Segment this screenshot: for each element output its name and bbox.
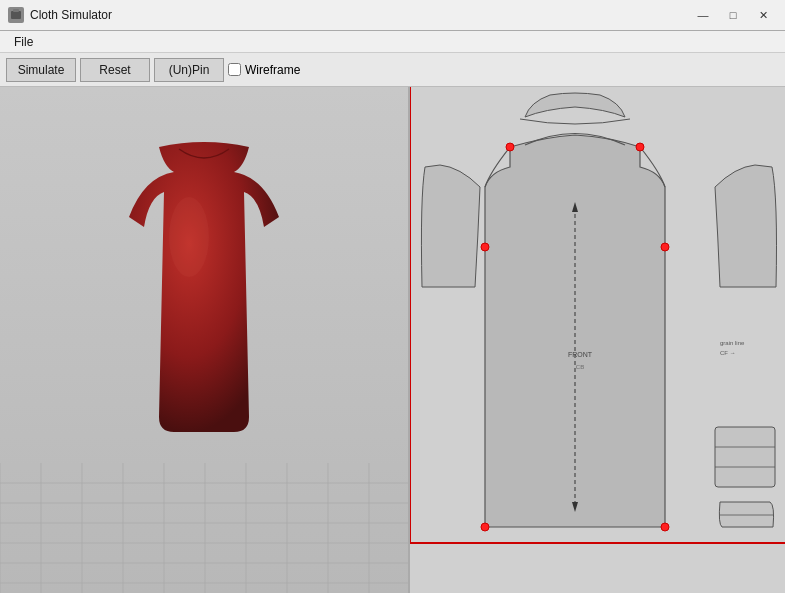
svg-text:CF →: CF → xyxy=(720,350,736,356)
svg-rect-1 xyxy=(13,9,19,12)
svg-text:CB: CB xyxy=(576,364,584,370)
window-controls: — □ ✕ xyxy=(689,5,777,25)
wireframe-checkbox[interactable] xyxy=(228,63,241,76)
svg-rect-0 xyxy=(11,11,21,19)
svg-rect-34 xyxy=(715,427,775,487)
svg-point-29 xyxy=(661,243,669,251)
front-body-piece: FRONT CB xyxy=(481,134,669,532)
left-viewport[interactable] xyxy=(0,87,410,593)
svg-point-26 xyxy=(506,143,514,151)
svg-text:grain line: grain line xyxy=(720,340,745,346)
svg-point-27 xyxy=(636,143,644,151)
title-text: Cloth Simulator xyxy=(30,8,112,22)
small-piece-1 xyxy=(715,427,775,487)
svg-point-31 xyxy=(661,523,669,531)
wireframe-toggle[interactable]: Wireframe xyxy=(228,63,300,77)
grid-floor xyxy=(0,463,410,593)
unpin-button[interactable]: (Un)Pin xyxy=(154,58,224,82)
title-left: Cloth Simulator xyxy=(8,7,112,23)
shirt-3d xyxy=(104,137,304,477)
main-content: FRONT CB xyxy=(0,87,785,593)
left-sleeve-piece xyxy=(421,165,480,287)
svg-text:FRONT: FRONT xyxy=(568,351,593,358)
maximize-button[interactable]: □ xyxy=(719,5,747,25)
svg-point-30 xyxy=(481,523,489,531)
right-viewport[interactable]: FRONT CB xyxy=(410,87,785,593)
title-bar: Cloth Simulator — □ ✕ xyxy=(0,0,785,31)
menu-item-file[interactable]: File xyxy=(6,33,41,51)
right-sleeve-piece xyxy=(715,165,777,287)
reset-button[interactable]: Reset xyxy=(80,58,150,82)
svg-point-28 xyxy=(481,243,489,251)
minimize-button[interactable]: — xyxy=(689,5,717,25)
scene-3d xyxy=(0,87,408,593)
wireframe-label-text: Wireframe xyxy=(245,63,300,77)
menu-bar: File xyxy=(0,31,785,53)
app-icon xyxy=(8,7,24,23)
small-piece-2 xyxy=(719,502,773,527)
close-button[interactable]: ✕ xyxy=(749,5,777,25)
pattern-canvas: FRONT CB xyxy=(410,87,785,593)
simulate-button[interactable]: Simulate xyxy=(6,58,76,82)
svg-point-2 xyxy=(169,197,209,277)
toolbar: Simulate Reset (Un)Pin Wireframe xyxy=(0,53,785,87)
